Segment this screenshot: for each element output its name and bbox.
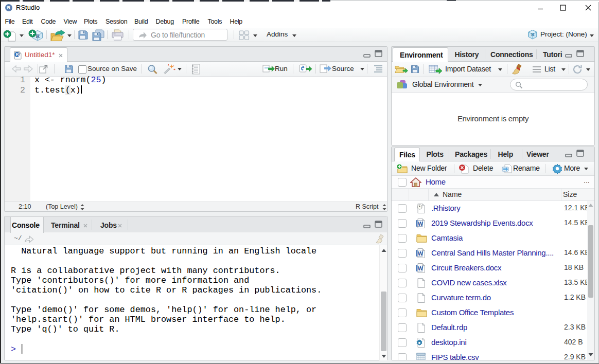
svg-text:W: W — [418, 221, 424, 227]
svg-text:R: R — [36, 33, 41, 39]
svg-text:W: W — [418, 250, 424, 257]
svg-text:W: W — [418, 265, 424, 271]
svg-text:R: R — [531, 32, 535, 37]
svg-text:R: R — [16, 52, 19, 57]
